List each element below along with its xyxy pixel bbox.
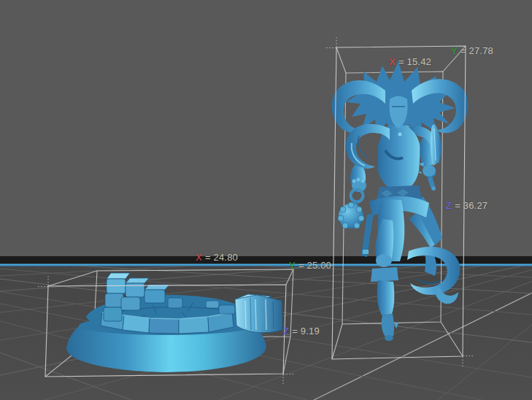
dimension-label-figurine-y: Y= 27.78 xyxy=(451,46,493,56)
axis-letter-y: Y xyxy=(451,45,458,56)
dimension-label-base-y: Y= 25.00 xyxy=(289,261,331,271)
3d-viewport[interactable]: X= 15.42 Y= 27.78 Z= 36.27 X= 24.80 Y= 2… xyxy=(0,0,532,400)
axis-letter-z: Z xyxy=(446,200,452,211)
dimension-value: = 25.00 xyxy=(298,260,331,271)
dimension-label-figurine-x: X= 15.42 xyxy=(389,57,431,67)
dimension-value: = 24.80 xyxy=(205,252,238,263)
dimension-label-figurine-z: Z= 36.27 xyxy=(446,201,487,211)
axis-letter-x: X xyxy=(196,252,202,263)
dimension-value: = 9.19 xyxy=(292,326,320,336)
dimension-value: = 15.42 xyxy=(398,56,431,67)
axis-letter-x: X xyxy=(389,56,396,67)
viewport-canvas xyxy=(0,0,532,400)
dimension-value: = 36.27 xyxy=(455,200,487,211)
axis-letter-y: Y xyxy=(289,260,296,271)
axis-letter-z: Z xyxy=(283,326,289,336)
dimension-label-base-z: Z= 9.19 xyxy=(283,326,320,336)
dimension-value: = 27.78 xyxy=(460,45,493,56)
dimension-label-base-x: X= 24.80 xyxy=(196,253,238,263)
